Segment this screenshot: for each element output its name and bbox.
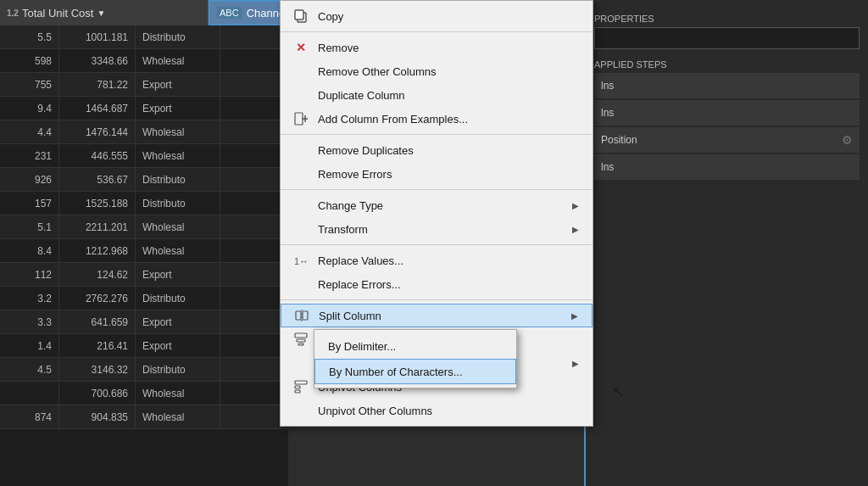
svg-rect-9 [295,333,307,338]
unpivot-other-icon [291,400,311,421]
cell-type: Distributo [136,287,220,310]
cell-val: 904.835 [59,405,136,428]
change-type-icon [291,195,311,215]
table-row: 4.53146.32Distributo [0,358,288,382]
menu-item-remove-other-columns[interactable]: Remove Other Columns [281,59,593,83]
copy-icon [291,6,311,26]
menu-item-remove-errors-label: Remove Errors [318,168,392,181]
applied-step-item[interactable]: Position⚙ [594,127,860,153]
transform-icon [291,219,311,239]
query-settings-title: PROPERTIES [594,14,860,24]
svg-rect-10 [297,339,305,342]
cell-val: 1212.968 [59,239,136,262]
menu-item-copy[interactable]: Copy [281,4,593,28]
menu-item-remove-duplicates[interactable]: Remove Duplicates [281,138,593,162]
fill-icon [291,353,311,373]
cell-type: Distributo [136,168,220,191]
cell-type: Wholesal [136,120,220,143]
svg-text:1↔2: 1↔2 [294,256,308,266]
menu-item-remove-errors[interactable]: Remove Errors [281,162,593,186]
cell-val: 124.62 [59,263,136,286]
applied-step-item[interactable]: lns [594,100,860,126]
cell-num: 3.2 [0,287,59,310]
cell-type: Wholesal [136,239,220,262]
table-row: 4.41476.144Wholesal [0,120,288,144]
applied-step-item[interactable]: lns [594,73,860,98]
menu-item-add-column-examples[interactable]: Add Column From Examples... [281,107,593,131]
table-row: 700.686Wholesal [0,382,288,405]
cell-type: Wholesal [136,405,220,428]
cell-type: Export [136,334,220,357]
menu-separator [281,134,593,135]
cell-val: 3348.66 [59,49,136,72]
submenu-item-by-delimiter[interactable]: By Delimiter... [314,333,516,359]
remove-errors-icon [291,164,311,184]
step-gear-icon[interactable]: ⚙ [842,133,853,147]
svg-rect-12 [295,381,307,384]
svg-rect-13 [295,386,300,388]
remove-duplicates-icon [291,140,311,160]
menu-item-duplicate-column-label: Duplicate Column [318,89,405,102]
replace-values-icon: 1↔2 [291,250,311,271]
query-name-input[interactable] [594,27,860,49]
menu-item-replace-values-label: Replace Values... [318,254,403,267]
menu-item-transform-label: Transform [318,223,368,236]
cell-val: 446.555 [59,144,136,167]
cell-type: Distributo [136,25,220,48]
replace-errors-icon [291,274,311,294]
cell-num: 4.4 [0,120,59,143]
cell-val: 3146.32 [59,358,136,381]
cell-type: Wholesal [136,382,220,405]
menu-item-split-column[interactable]: Split Column▶ [281,304,593,327]
step-label: lns [601,161,614,173]
number-type-icon: 1.2 [7,8,19,18]
cell-num: 231 [0,144,59,167]
right-panel: PROPERTIES APPLIED STEPS lnslnsPosition⚙… [584,0,868,486]
menu-item-replace-values[interactable]: 1↔2Replace Values... [281,249,593,272]
cell-num: 4.5 [0,358,59,381]
step-label: lns [601,107,614,119]
menu-item-replace-errors[interactable]: Replace Errors... [281,272,593,296]
menu-item-duplicate-column[interactable]: Duplicate Column [281,83,593,107]
col1-dropdown-arrow[interactable]: ▼ [97,8,105,18]
remove-other-columns-icon [291,61,311,81]
menu-item-change-type-label: Change Type [318,199,383,212]
svg-rect-14 [295,390,300,393]
cell-num: 874 [0,405,59,428]
cell-val: 1476.144 [59,120,136,143]
cell-num: 1.4 [0,334,59,357]
menu-item-add-column-examples-label: Add Column From Examples... [318,113,468,126]
menu-item-transform[interactable]: Transform▶ [281,217,593,241]
table-row: 8.41212.968Wholesal [0,239,288,263]
cell-type: Export [136,97,220,120]
cell-val: 216.41 [59,334,136,357]
add-column-examples-icon [291,109,311,129]
menu-item-unpivot-other[interactable]: Unpivot Other Columns [281,399,593,422]
fill-arrow: ▶ [572,359,579,368]
cell-num: 926 [0,168,59,191]
table-row: 874904.835Wholesal [0,405,288,429]
menu-item-change-type[interactable]: Change Type▶ [281,193,593,217]
cell-type: Distributo [136,358,220,381]
svg-rect-7 [303,311,308,320]
cell-num: 5.1 [0,215,59,238]
menu-item-remove[interactable]: ✕Remove [281,36,593,59]
cell-val: 2211.201 [59,215,136,238]
cell-val: 700.686 [59,382,136,405]
cell-type: Export [136,263,220,286]
menu-item-remove-duplicates-label: Remove Duplicates [318,144,414,157]
unpivot-columns-icon [291,377,311,397]
cell-num [0,382,59,405]
table-row: 3.22762.276Distributo [0,287,288,310]
applied-step-item[interactable]: lns [594,154,860,180]
cell-type: Distributo [136,192,220,215]
step-label: Position [601,134,637,146]
text-type-icon: ABC [217,7,242,19]
table-row: 5.51001.181Distributo [0,25,288,49]
submenu-item-by-number-of-characters[interactable]: By Number of Characters... [314,359,516,384]
group-by-icon [291,329,311,349]
menu-item-remove-other-columns-label: Remove Other Columns [318,65,436,78]
cell-val: 2762.276 [59,287,136,310]
menu-item-copy-label: Copy [318,10,343,23]
total-unit-cost-column-header[interactable]: 1.2 Total Unit Cost ▼ [0,0,209,25]
